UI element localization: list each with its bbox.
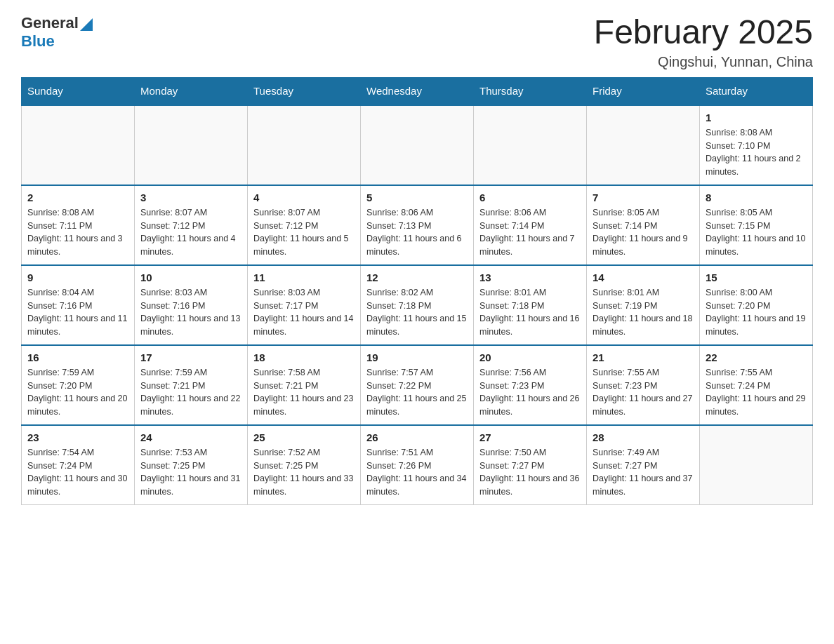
day-info: Sunrise: 7:50 AMSunset: 7:27 PMDaylight:…: [479, 446, 581, 499]
day-cell: 14Sunrise: 8:01 AMSunset: 7:19 PMDayligh…: [587, 265, 700, 345]
day-number: 17: [140, 351, 241, 363]
day-cell: 13Sunrise: 8:01 AMSunset: 7:18 PMDayligh…: [474, 265, 587, 345]
day-cell: 6Sunrise: 8:06 AMSunset: 7:14 PMDaylight…: [474, 185, 587, 265]
day-cell: 25Sunrise: 7:52 AMSunset: 7:25 PMDayligh…: [248, 425, 361, 505]
day-number: 25: [253, 431, 355, 443]
day-cell: 1Sunrise: 8:08 AMSunset: 7:10 PMDaylight…: [700, 105, 813, 185]
day-info: Sunrise: 8:06 AMSunset: 7:13 PMDaylight:…: [366, 206, 468, 259]
day-info: Sunrise: 7:55 AMSunset: 7:24 PMDaylight:…: [706, 366, 807, 419]
day-info: Sunrise: 7:57 AMSunset: 7:22 PMDaylight:…: [366, 366, 468, 419]
day-cell: 11Sunrise: 8:03 AMSunset: 7:17 PMDayligh…: [248, 265, 361, 345]
day-info: Sunrise: 8:01 AMSunset: 7:19 PMDaylight:…: [593, 286, 694, 339]
calendar-subtitle: Qingshui, Yunnan, China: [594, 54, 813, 70]
day-info: Sunrise: 8:05 AMSunset: 7:15 PMDaylight:…: [706, 206, 807, 259]
logo-blue-text: Blue: [21, 32, 93, 51]
day-number: 12: [366, 271, 468, 283]
day-number: 19: [366, 351, 468, 363]
week-row-4: 16Sunrise: 7:59 AMSunset: 7:20 PMDayligh…: [22, 345, 813, 425]
day-cell: 16Sunrise: 7:59 AMSunset: 7:20 PMDayligh…: [22, 345, 135, 425]
day-number: 10: [140, 271, 241, 283]
day-number: 20: [479, 351, 581, 363]
day-number: 11: [253, 271, 355, 283]
col-friday: Friday: [587, 77, 700, 105]
day-cell: 9Sunrise: 8:04 AMSunset: 7:16 PMDaylight…: [22, 265, 135, 345]
day-info: Sunrise: 8:07 AMSunset: 7:12 PMDaylight:…: [140, 206, 241, 259]
day-number: 3: [140, 192, 241, 203]
day-cell: 22Sunrise: 7:55 AMSunset: 7:24 PMDayligh…: [700, 345, 813, 425]
day-cell: [248, 105, 361, 185]
day-cell: [22, 105, 135, 185]
day-info: Sunrise: 7:58 AMSunset: 7:21 PMDaylight:…: [253, 366, 355, 419]
week-row-1: 1Sunrise: 8:08 AMSunset: 7:10 PMDaylight…: [22, 105, 813, 185]
title-area: February 2025 Qingshui, Yunnan, China: [594, 14, 813, 70]
calendar-title: February 2025: [594, 14, 813, 51]
logo: General Blue: [21, 14, 93, 51]
day-info: Sunrise: 8:02 AMSunset: 7:18 PMDaylight:…: [366, 286, 468, 339]
calendar-table: Sunday Monday Tuesday Wednesday Thursday…: [21, 77, 813, 505]
day-info: Sunrise: 8:01 AMSunset: 7:18 PMDaylight:…: [479, 286, 581, 339]
day-info: Sunrise: 7:59 AMSunset: 7:21 PMDaylight:…: [140, 366, 241, 419]
day-number: 28: [593, 431, 694, 443]
col-wednesday: Wednesday: [361, 77, 474, 105]
day-number: 13: [479, 271, 581, 283]
day-cell: [587, 105, 700, 185]
day-cell: 26Sunrise: 7:51 AMSunset: 7:26 PMDayligh…: [361, 425, 474, 505]
day-number: 9: [27, 271, 128, 283]
day-cell: 15Sunrise: 8:00 AMSunset: 7:20 PMDayligh…: [700, 265, 813, 345]
day-cell: 27Sunrise: 7:50 AMSunset: 7:27 PMDayligh…: [474, 425, 587, 505]
day-info: Sunrise: 7:49 AMSunset: 7:27 PMDaylight:…: [593, 446, 694, 499]
day-info: Sunrise: 8:03 AMSunset: 7:16 PMDaylight:…: [140, 286, 241, 339]
day-number: 14: [593, 271, 694, 283]
day-cell: 18Sunrise: 7:58 AMSunset: 7:21 PMDayligh…: [248, 345, 361, 425]
day-number: 15: [706, 271, 807, 283]
day-info: Sunrise: 8:03 AMSunset: 7:17 PMDaylight:…: [253, 286, 355, 339]
calendar-header: Sunday Monday Tuesday Wednesday Thursday…: [22, 77, 813, 105]
logo-general-text: General: [21, 14, 79, 32]
col-thursday: Thursday: [474, 77, 587, 105]
day-number: 23: [27, 431, 128, 443]
col-tuesday: Tuesday: [248, 77, 361, 105]
day-cell: 10Sunrise: 8:03 AMSunset: 7:16 PMDayligh…: [135, 265, 248, 345]
day-cell: [700, 425, 813, 505]
day-info: Sunrise: 7:59 AMSunset: 7:20 PMDaylight:…: [27, 366, 128, 419]
day-cell: [474, 105, 587, 185]
day-info: Sunrise: 7:51 AMSunset: 7:26 PMDaylight:…: [366, 446, 468, 499]
day-cell: 5Sunrise: 8:06 AMSunset: 7:13 PMDaylight…: [361, 185, 474, 265]
week-row-3: 9Sunrise: 8:04 AMSunset: 7:16 PMDaylight…: [22, 265, 813, 345]
day-number: 5: [366, 192, 468, 203]
day-info: Sunrise: 8:08 AMSunset: 7:10 PMDaylight:…: [706, 126, 807, 179]
day-number: 7: [593, 192, 694, 203]
col-saturday: Saturday: [700, 77, 813, 105]
day-cell: 21Sunrise: 7:55 AMSunset: 7:23 PMDayligh…: [587, 345, 700, 425]
day-cell: 24Sunrise: 7:53 AMSunset: 7:25 PMDayligh…: [135, 425, 248, 505]
col-sunday: Sunday: [22, 77, 135, 105]
day-cell: 7Sunrise: 8:05 AMSunset: 7:14 PMDaylight…: [587, 185, 700, 265]
day-cell: 23Sunrise: 7:54 AMSunset: 7:24 PMDayligh…: [22, 425, 135, 505]
day-cell: 3Sunrise: 8:07 AMSunset: 7:12 PMDaylight…: [135, 185, 248, 265]
calendar-body: 1Sunrise: 8:08 AMSunset: 7:10 PMDaylight…: [22, 105, 813, 504]
day-info: Sunrise: 8:05 AMSunset: 7:14 PMDaylight:…: [593, 206, 694, 259]
day-number: 26: [366, 431, 468, 443]
page-header: General Blue February 2025 Qingshui, Yun…: [21, 14, 813, 70]
day-cell: 8Sunrise: 8:05 AMSunset: 7:15 PMDaylight…: [700, 185, 813, 265]
day-cell: 17Sunrise: 7:59 AMSunset: 7:21 PMDayligh…: [135, 345, 248, 425]
col-monday: Monday: [135, 77, 248, 105]
day-number: 24: [140, 431, 241, 443]
day-number: 4: [253, 192, 355, 203]
logo-triangle-icon: [80, 18, 93, 31]
day-number: 8: [706, 192, 807, 203]
week-row-2: 2Sunrise: 8:08 AMSunset: 7:11 PMDaylight…: [22, 185, 813, 265]
day-cell: 28Sunrise: 7:49 AMSunset: 7:27 PMDayligh…: [587, 425, 700, 505]
day-info: Sunrise: 8:06 AMSunset: 7:14 PMDaylight:…: [479, 206, 581, 259]
day-number: 1: [706, 112, 807, 123]
day-number: 6: [479, 192, 581, 203]
day-info: Sunrise: 7:56 AMSunset: 7:23 PMDaylight:…: [479, 366, 581, 419]
svg-marker-0: [80, 18, 93, 31]
day-info: Sunrise: 7:52 AMSunset: 7:25 PMDaylight:…: [253, 446, 355, 499]
day-cell: 12Sunrise: 8:02 AMSunset: 7:18 PMDayligh…: [361, 265, 474, 345]
day-info: Sunrise: 8:04 AMSunset: 7:16 PMDaylight:…: [27, 286, 128, 339]
header-row: Sunday Monday Tuesday Wednesday Thursday…: [22, 77, 813, 105]
day-info: Sunrise: 7:54 AMSunset: 7:24 PMDaylight:…: [27, 446, 128, 499]
day-info: Sunrise: 8:08 AMSunset: 7:11 PMDaylight:…: [27, 206, 128, 259]
day-info: Sunrise: 7:55 AMSunset: 7:23 PMDaylight:…: [593, 366, 694, 419]
